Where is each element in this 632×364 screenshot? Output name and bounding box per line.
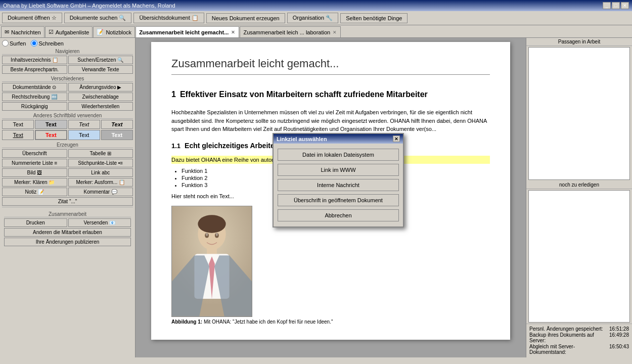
- nav-row1: Inhaltsverzeichnis 📋 Suchen/Ersetzen 🔍: [2, 56, 133, 64]
- status-row-1: Persnl. Änderungen gespeichert: 16:51:28: [529, 326, 629, 332]
- text-red-button[interactable]: Text: [35, 130, 67, 140]
- rechtschreibung-button[interactable]: Rechtschreibung 🔤: [2, 93, 67, 101]
- maximize-button[interactable]: □: [612, 2, 620, 9]
- link-button[interactable]: Link abc: [68, 168, 133, 177]
- erz-row1: Überschrift Tabelle ⊞: [2, 149, 133, 158]
- versenden-button[interactable]: Versenden 📧: [68, 218, 131, 227]
- tab-zusammenarbeit2-close[interactable]: ✕: [332, 30, 337, 35]
- tab-notizblock[interactable]: 📝 Notizblock: [93, 26, 135, 37]
- abbrechen-button[interactable]: Abbrechen: [278, 209, 399, 221]
- tabelle-button[interactable]: Tabelle ⊞: [68, 149, 133, 158]
- verschiedenes-label: Verschiedenes: [2, 76, 133, 82]
- passagen-label: Passagen in Arbeit: [526, 38, 632, 46]
- erledigen-area: [528, 190, 630, 323]
- zusam-row1: Drucken Versenden 📧: [4, 218, 131, 227]
- persnl-label: Persnl. Änderungen gespeichert:: [529, 326, 603, 332]
- tab-nachrichten-label: Nachrichten: [11, 29, 41, 35]
- tab-bar: ✉ Nachrichten ☑ Aufgabenliste 📝 Notizblo…: [0, 25, 632, 38]
- text-gray-button[interactable]: Text: [101, 130, 133, 140]
- right-panel: Passagen in Arbeit noch zu erledigen Per…: [526, 38, 632, 357]
- organisation-button[interactable]: Organisation 🔧: [287, 13, 338, 23]
- status-row-2: Backup ihres Dokuments auf Server: 16:49…: [529, 332, 629, 343]
- tab-aufgabenliste-label: Aufgabenliste: [56, 29, 89, 35]
- merker-row2: Notiz 📝 Kommentar 💬: [2, 188, 133, 196]
- schreiben-radio[interactable]: [31, 40, 37, 47]
- dokumentstaende-button[interactable]: Dokumentstände ⊙: [2, 83, 67, 92]
- tab-zusammenarbeit2[interactable]: Zusammenarbeit leich ... laboration ✕: [240, 26, 341, 37]
- erzeugen-label: Erzeugen: [2, 142, 133, 148]
- ueberschrift-button[interactable]: Überschrift: [2, 149, 67, 158]
- zitat-button[interactable]: Zitat "...": [2, 197, 133, 206]
- document-area: Zusammenarbeit leicht gemacht... 1 Effek…: [136, 38, 526, 357]
- text-bold-italic-button[interactable]: Text: [101, 120, 133, 129]
- left-panel: Surfen Schreiben Navigieren Inhaltsverze…: [0, 38, 136, 357]
- verwandte-texte-button[interactable]: Verwandte Texte: [68, 65, 133, 74]
- aenderungsvideo-button[interactable]: Änderungsvideo ▶: [68, 83, 133, 92]
- versch-row1: Dokumentstände ⊙ Änderungsvideo ▶: [2, 83, 133, 92]
- window-title: Ohana by Liebelt Software GmbH – Angemel…: [3, 3, 175, 9]
- document-page: Zusammenarbeit leicht gemacht... 1 Effek…: [151, 42, 510, 340]
- suchen-ersetzen-button[interactable]: Suchen/Ersetzen 🔍: [68, 56, 133, 64]
- datei-lokal-button[interactable]: Datei im lokalen Dateisystem: [278, 149, 399, 161]
- tab-zusammenarbeit1-close[interactable]: ✕: [231, 30, 236, 35]
- inhaltsverzeichnis-button[interactable]: Inhaltsverzeichnis 📋: [2, 56, 67, 64]
- bild-button[interactable]: Bild 🖼: [2, 168, 67, 177]
- stichpunkte-liste-button[interactable]: Stichpunkte-Liste •≡: [68, 159, 133, 167]
- surfen-label: Surfen: [10, 40, 26, 47]
- text-style-grid: Text Text Text Text Text Text Text Text: [2, 120, 133, 140]
- search-doc-button[interactable]: Dokumente suchen 🔍: [64, 13, 132, 23]
- nummerierte-liste-button[interactable]: Nummerierte Liste ≡: [2, 159, 67, 167]
- wiederherstellen-button[interactable]: Wiederherstellen: [68, 102, 133, 111]
- link-www-button[interactable]: Link im WWW: [278, 164, 399, 176]
- drucken-button[interactable]: Drucken: [4, 218, 67, 227]
- beste-ansprechpartn-button[interactable]: Beste Ansprechpartn.: [2, 65, 67, 74]
- nav-row2: Beste Ansprechpartn. Verwandte Texte: [2, 65, 133, 74]
- text-italic-button[interactable]: Text: [68, 120, 100, 129]
- erz-row2: Nummerierte Liste ≡ Stichpunkte-Liste •≡: [2, 159, 133, 167]
- navigieren-label: Navigieren: [2, 49, 133, 55]
- merker-ausform-button[interactable]: Merker: Ausform... 📋: [68, 178, 133, 187]
- status-bar: Persnl. Änderungen gespeichert: 16:51:28…: [526, 324, 632, 357]
- close-button[interactable]: ✕: [621, 2, 629, 9]
- dialog-body: Datei im lokalen Dateisystem Link im WWW…: [274, 144, 403, 226]
- schreiben-label: Schreiben: [38, 40, 64, 47]
- text-normal-button[interactable]: Text: [2, 120, 34, 129]
- tab-aufgabenliste[interactable]: ☑ Aufgabenliste: [45, 26, 93, 37]
- rueckgaengig-button[interactable]: Rückgängig: [2, 102, 67, 111]
- aenderungen-publizieren-button[interactable]: Ihre Änderungen publizieren: [4, 238, 131, 246]
- surfen-radio[interactable]: [2, 40, 9, 47]
- tab-nachrichten[interactable]: ✉ Nachrichten: [1, 26, 44, 37]
- overview-doc-button[interactable]: Übersichtsdokument 📋: [133, 13, 204, 23]
- erledigen-label: noch zu erledigen: [526, 181, 632, 189]
- open-doc-button[interactable]: Dokument öffnen ☆: [2, 13, 62, 23]
- tab-zusammenarbeit1[interactable]: Zusammenarbeit leicht gemacht... ✕: [136, 26, 239, 37]
- selten-button[interactable]: Selten benötigte Dinge: [340, 13, 408, 23]
- ueberschrift-dok-button[interactable]: Überschrift in geöffnetem Dokument: [278, 194, 399, 206]
- passagen-area: [528, 47, 630, 180]
- tab-zusammenarbeit2-label: Zusammenarbeit leich ... laboration: [243, 29, 330, 35]
- aufgabenliste-icon: ☑: [49, 29, 54, 35]
- dialog-title: Linkziel auswählen: [277, 136, 327, 142]
- minimize-button[interactable]: _: [603, 2, 611, 9]
- window-controls: _ □ ✕: [603, 2, 629, 9]
- anderen-erlauben-button[interactable]: Anderen die Mitarbeit erlauben: [4, 228, 131, 237]
- notizblock-icon: 📝: [97, 29, 104, 35]
- versch-row2: Rechtschreibung 🔤 Zwischenablage: [2, 93, 133, 101]
- kommentar-button[interactable]: Kommentar 💬: [68, 188, 133, 196]
- mode-selector: Surfen Schreiben: [2, 40, 133, 47]
- mode-schreiben[interactable]: Schreiben: [31, 40, 64, 47]
- erz-row3: Bild 🖼 Link abc: [2, 168, 133, 177]
- tab-notizblock-label: Notizblock: [106, 29, 131, 35]
- schriftbild-label: Anderes Schriftbild verwenden: [2, 113, 133, 119]
- notiz-button[interactable]: Notiz 📝: [2, 188, 67, 196]
- mode-surfen[interactable]: Surfen: [2, 40, 26, 47]
- new-doc-button[interactable]: Neues Dokument erzeugen: [206, 13, 285, 23]
- merker-klaeren-button[interactable]: Merker: Klären 📁: [2, 178, 67, 187]
- dialog-close-button[interactable]: ✕: [393, 135, 400, 142]
- text-bold-button[interactable]: Text: [35, 120, 67, 129]
- interne-nachricht-button[interactable]: Interne Nachricht: [278, 179, 399, 191]
- zwischenablage-button[interactable]: Zwischenablage: [68, 93, 133, 101]
- text-underline-button[interactable]: Text: [2, 130, 34, 140]
- text-blue-button[interactable]: Text: [68, 130, 100, 140]
- versch-row3: Rückgängig Wiederherstellen: [2, 102, 133, 111]
